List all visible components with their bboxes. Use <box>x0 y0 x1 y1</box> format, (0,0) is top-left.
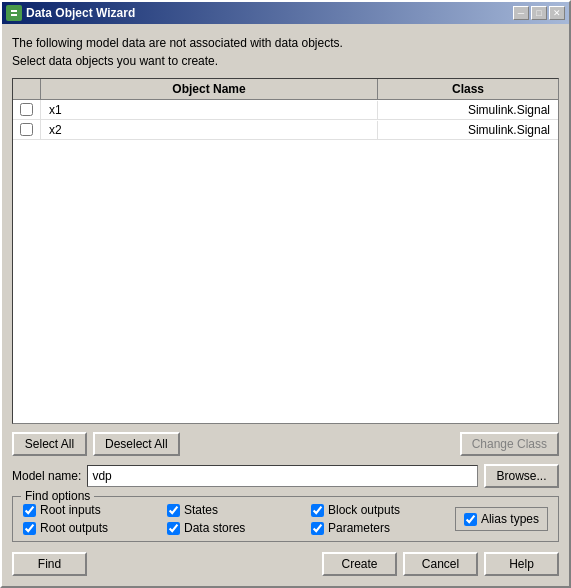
states-label: States <box>184 503 218 517</box>
bottom-right-buttons: Create Cancel Help <box>322 552 559 576</box>
parameters-option: Parameters <box>311 521 445 535</box>
row1-checkbox[interactable] <box>20 103 33 116</box>
window-icon <box>6 5 22 21</box>
row1-name: x1 <box>41 101 378 119</box>
model-name-row: Model name: Browse... <box>12 464 559 488</box>
minimize-button[interactable]: ─ <box>513 6 529 20</box>
root-outputs-checkbox[interactable] <box>23 522 36 535</box>
data-stores-label: Data stores <box>184 521 245 535</box>
description-line2: Select data objects you want to create. <box>12 52 559 70</box>
model-name-label: Model name: <box>12 469 81 483</box>
create-button[interactable]: Create <box>322 552 397 576</box>
select-all-button[interactable]: Select All <box>12 432 87 456</box>
title-bar: Data Object Wizard ─ □ ✕ <box>2 2 569 24</box>
svg-rect-1 <box>11 10 17 12</box>
selection-button-row: Select All Deselect All Change Class <box>12 432 559 456</box>
description-text: The following model data are not associa… <box>12 34 559 70</box>
data-stores-option: Data stores <box>167 521 301 535</box>
close-button[interactable]: ✕ <box>549 6 565 20</box>
main-window: Data Object Wizard ─ □ ✕ The following m… <box>0 0 571 588</box>
block-outputs-option: Block outputs <box>311 503 445 517</box>
table-body: x1 Simulink.Signal x2 Simulink.Signal <box>13 100 558 423</box>
window-title: Data Object Wizard <box>26 6 509 20</box>
help-button[interactable]: Help <box>484 552 559 576</box>
root-outputs-option: Root outputs <box>23 521 157 535</box>
root-inputs-label: Root inputs <box>40 503 101 517</box>
description-line1: The following model data are not associa… <box>12 34 559 52</box>
row2-checkbox-cell[interactable] <box>13 120 41 139</box>
table-header: Object Name Class <box>13 79 558 100</box>
alias-types-option: Alias types <box>455 507 548 531</box>
row1-checkbox-cell[interactable] <box>13 100 41 119</box>
find-options-grid: Root inputs States Block outputs Alias t… <box>23 503 548 535</box>
maximize-button[interactable]: □ <box>531 6 547 20</box>
cancel-button[interactable]: Cancel <box>403 552 478 576</box>
browse-button[interactable]: Browse... <box>484 464 559 488</box>
header-object-name: Object Name <box>41 79 378 99</box>
svg-rect-2 <box>11 14 17 16</box>
content-area: The following model data are not associa… <box>2 24 569 586</box>
table-row: x1 Simulink.Signal <box>13 100 558 120</box>
svg-rect-0 <box>9 8 19 18</box>
model-name-input[interactable] <box>87 465 478 487</box>
find-options-legend: Find options <box>21 489 94 503</box>
row1-class: Simulink.Signal <box>378 101 558 119</box>
row2-class: Simulink.Signal <box>378 121 558 139</box>
find-button[interactable]: Find <box>12 552 87 576</box>
states-option: States <box>167 503 301 517</box>
root-outputs-label: Root outputs <box>40 521 108 535</box>
block-outputs-label: Block outputs <box>328 503 400 517</box>
row2-name: x2 <box>41 121 378 139</box>
parameters-checkbox[interactable] <box>311 522 324 535</box>
table-row: x2 Simulink.Signal <box>13 120 558 140</box>
bottom-button-row: Find Create Cancel Help <box>12 550 559 576</box>
alias-types-label: Alias types <box>481 512 539 526</box>
window-controls: ─ □ ✕ <box>513 6 565 20</box>
header-checkbox-col <box>13 79 41 99</box>
data-stores-checkbox[interactable] <box>167 522 180 535</box>
object-table: Object Name Class x1 Simulink.Signal x2 … <box>12 78 559 424</box>
row2-checkbox[interactable] <box>20 123 33 136</box>
alias-types-checkbox[interactable] <box>464 513 477 526</box>
block-outputs-checkbox[interactable] <box>311 504 324 517</box>
root-inputs-option: Root inputs <box>23 503 157 517</box>
header-class: Class <box>378 79 558 99</box>
find-options-group: Find options Root inputs States Block ou… <box>12 496 559 542</box>
change-class-button[interactable]: Change Class <box>460 432 559 456</box>
states-checkbox[interactable] <box>167 504 180 517</box>
parameters-label: Parameters <box>328 521 390 535</box>
root-inputs-checkbox[interactable] <box>23 504 36 517</box>
deselect-all-button[interactable]: Deselect All <box>93 432 180 456</box>
